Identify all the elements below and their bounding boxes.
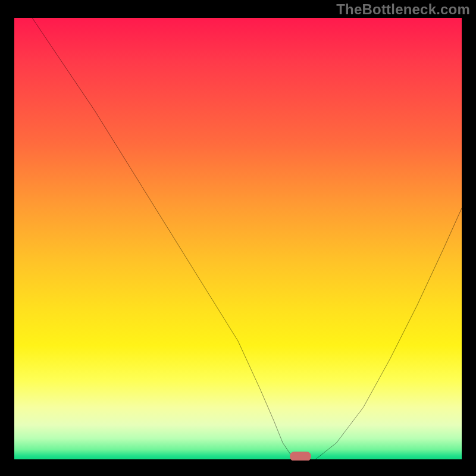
x-axis-baseline <box>14 459 462 461</box>
bottleneck-curve <box>14 18 462 461</box>
watermark-text: TheBottleneck.com <box>336 1 470 18</box>
curve-path <box>32 18 462 461</box>
plot-area <box>14 18 462 461</box>
optimal-marker <box>290 452 311 461</box>
chart-frame: TheBottleneck.com <box>0 0 476 476</box>
